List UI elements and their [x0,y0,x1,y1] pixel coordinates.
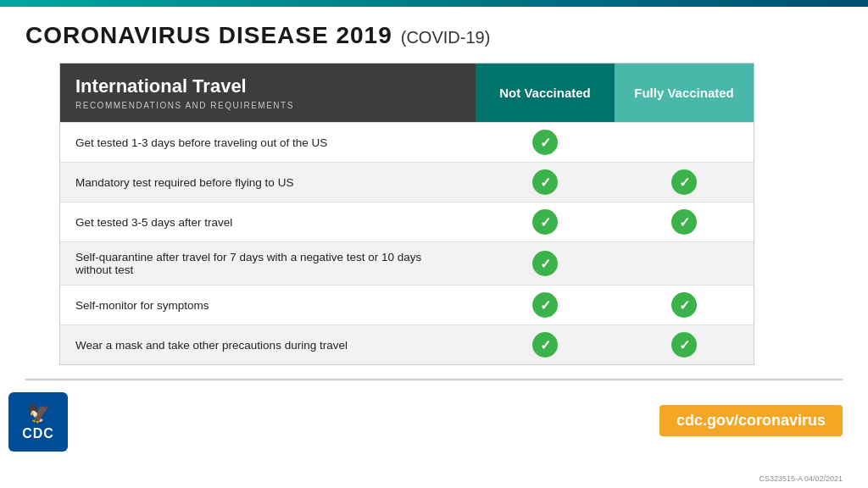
cdc-url-bar: cdc.gov/coronavirus [659,405,843,436]
col-header-fully-vaccinated: Fully Vaccinated [615,64,754,122]
check-icon: ✓ [671,209,697,235]
row-label: Get tested 1-3 days before traveling out… [60,123,476,162]
row-cell-fully-vaccinated: ✓ [615,163,754,202]
table-header-subtitle: RECOMMENDATIONS AND REQUIREMENTS [75,101,460,110]
header-left-cell: International Travel RECOMMENDATIONS AND… [60,64,476,122]
check-icon: ✓ [532,130,558,155]
cdc-label: CDC [22,426,54,441]
row-label: Get tested 3-5 days after travel [60,202,476,241]
check-icon: ✓ [532,332,558,358]
document-id: CS323515-A 04/02/2021 [759,474,843,483]
row-cell-not-vaccinated: ✓ [476,325,615,364]
cdc-eagle-icon: 🦅 [27,402,50,424]
top-bar [0,0,868,7]
check-icon: ✓ [671,169,697,195]
table-row: Wear a mask and take other precautions d… [60,324,754,364]
row-cell-fully-vaccinated: ✓ [615,325,754,364]
check-icon: ✓ [671,292,697,318]
cdc-logo-area: 🦅 CDC [8,392,68,452]
check-icon: ✓ [532,251,558,276]
page-title-main: CORONAVIRUS DISEASE 2019 [25,22,392,49]
row-cell-fully-vaccinated [615,242,754,285]
table-header: International Travel RECOMMENDATIONS AND… [60,64,754,122]
footer-section: 🦅 CDC cdc.gov/coronavirus [0,389,868,452]
row-cell-not-vaccinated: ✓ [476,163,615,202]
cdc-badge: 🦅 CDC [8,392,68,452]
row-label: Self-monitor for symptoms [60,286,476,324]
check-icon: ✓ [532,292,558,318]
row-label: Wear a mask and take other precautions d… [60,325,476,364]
col-header-not-vaccinated: Not Vaccinated [476,64,615,122]
row-cell-fully-vaccinated: ✓ [615,286,754,324]
page-title-sub: (COVID-19) [401,28,491,47]
row-cell-fully-vaccinated: ✓ [615,202,754,241]
row-label: Self-quarantine after travel for 7 days … [60,242,476,285]
row-cell-not-vaccinated: ✓ [476,286,615,324]
row-cell-not-vaccinated: ✓ [476,202,615,241]
table-row: Get tested 3-5 days after travel ✓ ✓ [60,202,754,241]
check-icon: ✓ [532,169,558,195]
row-cell-not-vaccinated: ✓ [476,242,615,285]
table-row: Mandatory test required before flying to… [60,162,754,202]
cdc-url-text: cdc.gov/coronavirus [676,412,826,429]
divider-line [25,379,843,380]
check-icon: ✓ [671,332,697,358]
main-content: CORONAVIRUS DISEASE 2019 (COVID-19) Inte… [0,7,868,374]
table-row: Self-quarantine after travel for 7 days … [60,241,754,285]
table-row: Get tested 1-3 days before traveling out… [60,122,754,162]
table-row: Self-monitor for symptoms ✓ ✓ [60,285,754,324]
row-cell-not-vaccinated: ✓ [476,123,615,162]
info-table: International Travel RECOMMENDATIONS AND… [59,63,754,365]
check-icon: ✓ [532,209,558,235]
row-label: Mandatory test required before flying to… [60,163,476,202]
title-row: CORONAVIRUS DISEASE 2019 (COVID-19) [25,22,843,49]
table-header-title: International Travel [75,75,460,97]
row-cell-fully-vaccinated [615,123,754,162]
